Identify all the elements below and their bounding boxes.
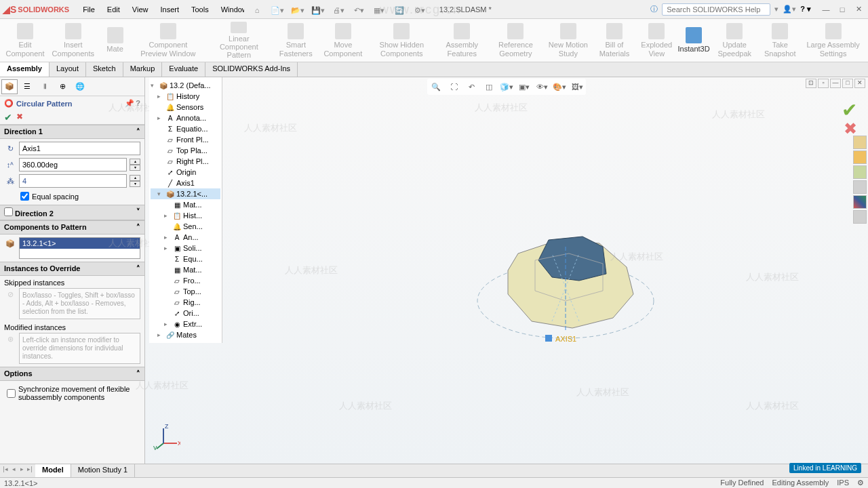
tree-node[interactable]: ▱Right Pl... — [151, 156, 220, 167]
search-input[interactable] — [662, 3, 770, 16]
tree-node[interactable]: ▸▣Soli... — [151, 243, 220, 253]
print-icon[interactable]: 🖨▾ — [331, 3, 346, 17]
menu-tools[interactable]: Tools — [186, 3, 214, 16]
design-library-icon[interactable] — [853, 150, 867, 164]
graphics-viewport[interactable]: 🔍 ⛶ ↶ ◫ 🧊▾ ▣▾ 👁▾ 🎨▾ 🖼▾ AXIS1 x y z — [145, 77, 868, 464]
ribbon-show-hidden-components[interactable]: Show Hidden Components — [368, 20, 437, 60]
status-gear-icon[interactable]: ⚙ — [857, 479, 864, 487]
undo-icon[interactable]: ↶▾ — [351, 3, 366, 17]
tree-node[interactable]: ▸◉Extr... — [151, 319, 220, 329]
config-manager-tab[interactable]: ⫴ — [37, 79, 53, 94]
close-button[interactable]: ✕ — [852, 3, 865, 16]
direction2-checkbox[interactable] — [4, 207, 13, 216]
search-dropdown-icon[interactable]: ▾ — [774, 5, 778, 14]
user-icon[interactable]: 👤▾ — [783, 5, 796, 14]
options-header[interactable]: Options ˄ — [0, 367, 144, 381]
tab-layout[interactable]: Layout — [50, 62, 86, 77]
tree-node[interactable]: ▱Rig... — [151, 297, 220, 308]
ribbon-move-component[interactable]: Move Component — [319, 20, 367, 60]
btab-motion-study-1[interactable]: Motion Study 1 — [71, 464, 135, 477]
zoom-area-icon[interactable]: ⛶ — [446, 80, 461, 94]
angle-down[interactable]: ▾ — [130, 165, 140, 171]
tree-node[interactable]: ▸🔗Mates — [151, 329, 220, 340]
ribbon-edit-component[interactable]: Edit Component — [3, 20, 47, 60]
modified-hint[interactable]: Left-click an instance modifier to overr… — [19, 333, 140, 364]
feature-manager-tab[interactable]: 📦 — [1, 79, 18, 94]
view-orientation-icon[interactable]: 🧊▾ — [499, 80, 514, 94]
btab-prev[interactable]: ◂ — [9, 466, 18, 476]
ribbon-smart-fasteners[interactable]: Smart Fasteners — [273, 20, 319, 60]
tree-node[interactable]: ▦Mat... — [151, 264, 220, 275]
previous-view-icon[interactable]: ↶ — [464, 80, 479, 94]
tree-node[interactable]: ▸📋History — [151, 91, 220, 102]
ribbon-linear-component-pattern[interactable]: Linear Component Pattern — [205, 20, 273, 60]
save-icon[interactable]: 💾▾ — [311, 3, 326, 17]
ribbon-large-assembly-settings[interactable]: Large Assembly Settings — [801, 20, 865, 60]
tree-node[interactable]: ΣEquatio... — [151, 123, 220, 134]
axis-input[interactable] — [19, 142, 140, 155]
tree-node[interactable]: 🔔Sensors — [151, 102, 220, 113]
tree-node[interactable]: ▸AAnnota... — [151, 113, 220, 123]
inner-close-icon[interactable]: ✕ — [854, 79, 865, 88]
ribbon-exploded-view[interactable]: Exploded View — [635, 20, 677, 60]
options-icon[interactable]: ⚙▾ — [412, 3, 427, 17]
inner-pin-icon[interactable]: ⊡ — [806, 79, 816, 88]
override-header[interactable]: Instances to Override ˄ — [0, 262, 144, 276]
direction1-header[interactable]: Direction 1 ˄ — [0, 125, 144, 139]
component-item[interactable]: 13.2.1<1> — [20, 238, 140, 249]
resources-tab-icon[interactable] — [853, 136, 867, 149]
confirm-check-icon[interactable]: ✔ — [842, 99, 857, 121]
inst-up[interactable]: ▴ — [130, 175, 140, 181]
tree-node[interactable]: ΣEqu... — [151, 253, 220, 264]
appearances-icon[interactable] — [853, 195, 867, 209]
btab-model[interactable]: Model — [35, 464, 71, 477]
custom-props-icon[interactable] — [853, 210, 867, 224]
inner-max-icon[interactable]: □ — [842, 79, 853, 88]
tab-evaluate[interactable]: Evaluate — [162, 62, 205, 77]
instances-input[interactable] — [19, 174, 127, 188]
zoom-fit-icon[interactable]: 🔍 — [429, 80, 443, 94]
tree-node[interactable]: ⤢Ori... — [151, 308, 220, 319]
angle-input[interactable] — [19, 158, 127, 171]
btab-next[interactable]: ▸ — [18, 466, 26, 476]
tree-node[interactable]: ▱Top Pla... — [151, 145, 220, 156]
apply-scene-icon[interactable]: 🖼▾ — [570, 80, 585, 94]
tree-node[interactable]: ▾📦13.2 (Defa... — [151, 80, 220, 91]
direction2-header[interactable]: Direction 2 ˅ — [0, 205, 144, 220]
cancel-feature-button[interactable]: ✖ — [16, 112, 23, 123]
hide-show-icon[interactable]: 👁▾ — [534, 80, 549, 94]
home-icon[interactable]: ⌂ — [250, 3, 264, 17]
btab-last[interactable]: ▸| — [26, 466, 34, 476]
components-list[interactable]: 13.2.1<1> — [19, 237, 140, 259]
ribbon-take-snapshot[interactable]: Take Snapshot — [759, 20, 801, 60]
btab-first[interactable]: |◂ — [1, 466, 9, 476]
menu-view[interactable]: View — [127, 3, 154, 16]
tree-node[interactable]: ⤢Origin — [151, 167, 220, 178]
help-feature-icon[interactable]: ? — [136, 99, 140, 108]
accept-button[interactable]: ✔ — [4, 112, 12, 123]
tree-node[interactable]: ▦Mat... — [151, 199, 220, 210]
section-view-icon[interactable]: ◫ — [481, 80, 496, 94]
property-manager-tab[interactable]: ☰ — [19, 79, 35, 94]
tree-node[interactable]: 🔔Sen... — [151, 221, 220, 232]
minimize-button[interactable]: — — [819, 3, 833, 16]
menu-edit[interactable]: Edit — [102, 3, 125, 16]
tree-node[interactable]: ▱Front Pl... — [151, 134, 220, 145]
ribbon-insert-components[interactable]: Insert Components — [47, 20, 99, 60]
rebuild-icon[interactable]: 🔄 — [392, 3, 407, 17]
view-palette-icon[interactable] — [853, 180, 867, 194]
ribbon-assembly-features[interactable]: Assembly Features — [436, 20, 488, 60]
file-explorer-icon[interactable] — [853, 165, 867, 179]
tree-node[interactable]: ╱Axis1 — [151, 178, 220, 188]
display-style-icon[interactable]: ▣▾ — [517, 80, 532, 94]
tree-node[interactable]: ▸AAn... — [151, 232, 220, 243]
ribbon-instant3d[interactable]: Instant3D — [677, 20, 710, 60]
ribbon-new-motion-study[interactable]: New Motion Study — [543, 20, 593, 60]
equal-spacing-checkbox[interactable] — [20, 192, 29, 201]
tab-markup[interactable]: Markup — [123, 62, 163, 77]
ribbon-bill-of-materials[interactable]: Bill of Materials — [593, 20, 635, 60]
inst-down[interactable]: ▾ — [130, 181, 140, 187]
ribbon-update-speedpak[interactable]: Update Speedpak — [710, 20, 759, 60]
menu-file[interactable]: File — [77, 3, 100, 16]
angle-up[interactable]: ▴ — [130, 159, 140, 165]
